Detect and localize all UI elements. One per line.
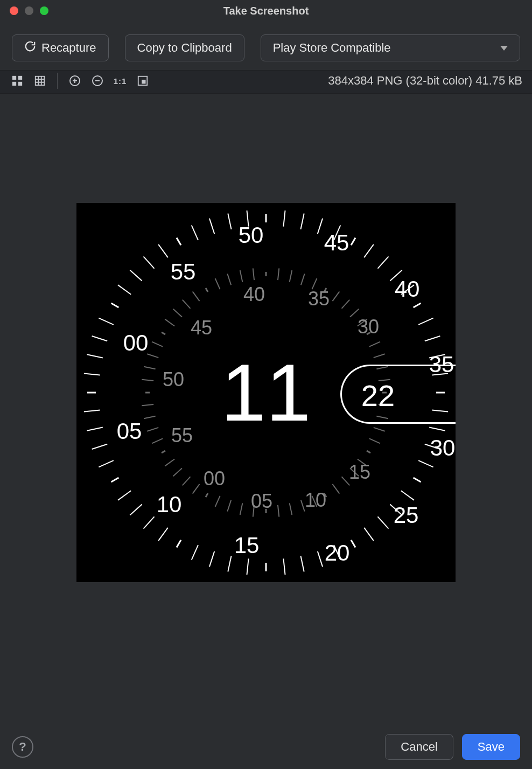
- outer-scale-number: 45: [324, 230, 349, 256]
- svg-line-113: [142, 404, 153, 406]
- save-button[interactable]: Save: [462, 734, 520, 760]
- svg-line-72: [301, 274, 305, 285]
- help-button[interactable]: ?: [12, 736, 33, 758]
- svg-line-111: [147, 428, 158, 431]
- framing-select[interactable]: Play Store Compatible: [261, 34, 520, 61]
- svg-line-89: [367, 451, 370, 453]
- svg-line-107: [173, 469, 182, 477]
- inner-scale-number: 00: [204, 467, 225, 490]
- svg-line-97: [290, 503, 292, 515]
- svg-line-124: [206, 288, 208, 292]
- svg-rect-4: [36, 76, 45, 86]
- svg-line-76: [342, 300, 350, 309]
- inner-scale-number: 45: [191, 317, 212, 339]
- outer-scale-number: 15: [234, 533, 260, 558]
- svg-rect-1: [18, 76, 22, 80]
- outer-scale-number: 50: [239, 222, 264, 248]
- outer-scale-number: 05: [117, 418, 142, 444]
- svg-line-81: [374, 354, 385, 358]
- framing-select-value: Play Store Compatible: [273, 41, 391, 55]
- refresh-icon: [24, 40, 36, 55]
- zoom-out-icon[interactable]: [90, 73, 105, 88]
- svg-line-106: [183, 477, 191, 485]
- svg-line-128: [253, 268, 254, 280]
- outer-scale-number: 10: [157, 492, 182, 518]
- outer-scale-number: 55: [171, 259, 196, 285]
- svg-line-108: [165, 459, 174, 466]
- copy-clipboard-label: Copy to Clipboard: [137, 41, 232, 55]
- svg-line-80: [369, 342, 380, 347]
- svg-line-101: [240, 503, 243, 515]
- copy-clipboard-button[interactable]: Copy to Clipboard: [125, 34, 244, 61]
- image-info-text: 384x384 PNG (32-bit color) 41.75 kB: [328, 74, 522, 88]
- svg-rect-8: [142, 80, 145, 83]
- window-title: Take Screenshot: [0, 5, 532, 17]
- inner-scale-number: 50: [163, 368, 184, 391]
- svg-line-127: [240, 270, 243, 282]
- svg-rect-3: [18, 82, 22, 86]
- fit-screen-icon[interactable]: [10, 73, 25, 88]
- toolbar-divider: [57, 73, 58, 89]
- svg-rect-0: [12, 76, 16, 80]
- chevron-down-icon: [500, 46, 508, 51]
- zoom-in-icon[interactable]: [67, 73, 82, 88]
- cancel-button[interactable]: Cancel: [385, 734, 453, 760]
- svg-line-96: [301, 500, 305, 512]
- svg-line-122: [183, 300, 191, 309]
- svg-line-109: [162, 451, 165, 453]
- svg-line-87: [374, 428, 385, 431]
- outer-scale-number: 00: [123, 330, 149, 356]
- recapture-button[interactable]: Recapture: [12, 34, 109, 61]
- svg-line-126: [227, 274, 231, 285]
- inner-scale-number: 55: [171, 424, 193, 447]
- outer-scale-number: 40: [395, 276, 420, 302]
- svg-line-98: [278, 505, 279, 517]
- inner-scale-number: 05: [251, 490, 272, 513]
- svg-line-102: [227, 500, 231, 512]
- preview-canvas[interactable]: 504540353025201510050055 403530455055000…: [0, 94, 532, 691]
- svg-line-110: [152, 438, 163, 443]
- svg-line-71: [290, 270, 292, 282]
- outer-scale-number: 20: [325, 540, 350, 566]
- svg-line-105: [193, 484, 200, 494]
- svg-line-93: [332, 484, 339, 494]
- svg-line-70: [278, 268, 279, 280]
- outer-scale-number: 30: [430, 435, 456, 461]
- selected-second-display: 22: [361, 378, 395, 413]
- svg-line-104: [206, 493, 208, 497]
- svg-line-117: [147, 354, 158, 358]
- svg-line-121: [173, 309, 182, 317]
- inner-scale-number: 30: [358, 316, 379, 338]
- svg-line-112: [144, 416, 156, 419]
- svg-line-88: [369, 438, 380, 443]
- fit-window-icon[interactable]: [135, 73, 150, 88]
- recapture-label: Recapture: [41, 41, 96, 55]
- watchface-preview: 504540353025201510050055 403530455055000…: [76, 203, 456, 582]
- svg-line-116: [144, 367, 156, 369]
- svg-line-75: [332, 291, 339, 301]
- svg-rect-2: [12, 82, 16, 86]
- svg-line-119: [162, 332, 165, 334]
- svg-line-118: [152, 342, 163, 347]
- inner-scale-number: 40: [243, 283, 265, 306]
- svg-line-120: [165, 319, 174, 326]
- hour-display: 11: [221, 346, 311, 439]
- svg-line-125: [215, 278, 220, 289]
- svg-line-103: [215, 496, 220, 507]
- zoom-actual-button[interactable]: 1:1: [113, 73, 128, 88]
- inner-scale-number: 10: [305, 489, 326, 512]
- grid-icon[interactable]: [32, 73, 47, 88]
- svg-line-123: [193, 291, 200, 301]
- svg-line-115: [142, 380, 153, 381]
- inner-scale-number: 35: [308, 288, 330, 310]
- inner-scale-number: 15: [349, 461, 370, 484]
- minute-selector-outline: [340, 365, 456, 424]
- outer-scale-number: 25: [394, 502, 419, 528]
